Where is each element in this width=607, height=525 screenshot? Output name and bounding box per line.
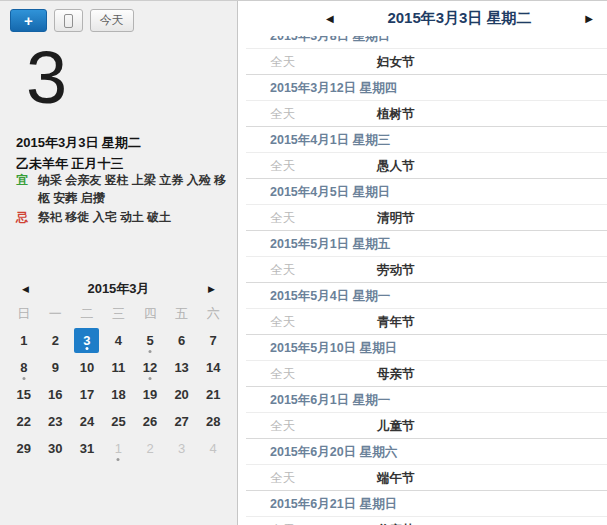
toolbar: + 今天 (10, 9, 134, 32)
mini-day-number: 6 (169, 328, 194, 353)
mini-day-cell[interactable]: 19 (134, 381, 166, 408)
mini-day-cell[interactable]: 9 (40, 354, 72, 381)
mini-day-cell[interactable]: 15 (8, 381, 40, 408)
mini-day-cell[interactable]: 29 (8, 435, 40, 462)
event-item[interactable]: 全天端午节 (246, 464, 607, 490)
event-date-header[interactable]: 2015年4月5日 星期日 (246, 178, 607, 204)
mini-day-cell[interactable]: 2 (40, 327, 72, 354)
next-day-button[interactable]: ▶ (585, 13, 593, 24)
event-time-label: 全天 (246, 101, 377, 126)
mini-day-number: 7 (201, 328, 226, 353)
mini-day-cell[interactable]: 18 (103, 381, 135, 408)
mini-day-number: 20 (169, 382, 194, 407)
event-item[interactable]: 全天妇女节 (246, 48, 607, 74)
mini-day-selected: 3 (74, 328, 99, 353)
mini-day-cell[interactable]: 24 (71, 408, 103, 435)
phone-icon (64, 14, 73, 28)
event-time-label: 全天 (246, 309, 377, 334)
mini-day-number: 24 (74, 409, 99, 434)
mini-day-cell[interactable]: 17 (71, 381, 103, 408)
mini-day-cell[interactable]: 25 (103, 408, 135, 435)
mini-day-cell[interactable]: 7 (197, 327, 229, 354)
event-date-header[interactable]: 2015年3月8日 星期日 (246, 36, 607, 48)
event-list-viewport[interactable]: 2015年3月8日 星期日全天妇女节2015年3月12日 星期四全天植树节201… (246, 36, 607, 525)
event-date-header[interactable]: 2015年4月1日 星期三 (246, 126, 607, 152)
mini-day-cell[interactable]: 10 (71, 354, 103, 381)
event-item[interactable]: 全天儿童节 (246, 412, 607, 438)
mini-day-cell[interactable]: 14 (197, 354, 229, 381)
event-date-header[interactable]: 2015年6月1日 星期一 (246, 386, 607, 412)
yi-label: 宜 (16, 171, 30, 207)
mini-day-cell[interactable]: 31 (71, 435, 103, 462)
event-date-label: 2015年5月1日 星期五 (270, 237, 390, 251)
mini-day-number: 9 (43, 355, 68, 380)
event-date-label: 2015年6月20日 星期六 (270, 445, 397, 459)
event-item[interactable]: 全天愚人节 (246, 152, 607, 178)
mini-day-cell[interactable]: 1 (8, 327, 40, 354)
weekday-label: 日 (8, 305, 40, 323)
day-view-header: ◀ 2015年3月3日 星期二 ▶ (238, 1, 607, 36)
mini-day-cell[interactable]: 16 (40, 381, 72, 408)
mini-day-cell[interactable]: 30 (40, 435, 72, 462)
event-date-header[interactable]: 2015年6月20日 星期六 (246, 438, 607, 464)
mini-day-cell[interactable]: 4 (103, 327, 135, 354)
mini-day-grid: 1234567891011121314151617181920212223242… (8, 327, 229, 462)
mini-day-number: 14 (201, 355, 226, 380)
event-date-header[interactable]: 2015年3月12日 星期四 (246, 74, 607, 100)
today-button[interactable]: 今天 (90, 9, 134, 32)
mini-day-cell[interactable]: 21 (197, 381, 229, 408)
mini-day-cell[interactable]: 8 (8, 354, 40, 381)
event-item[interactable]: 全天植树节 (246, 100, 607, 126)
event-title: 妇女节 (377, 49, 415, 74)
mini-day-cell[interactable]: 2 (134, 435, 166, 462)
mini-day-number: 12 (138, 355, 163, 380)
event-time-label: 全天 (246, 153, 377, 178)
mini-day-cell[interactable]: 1 (103, 435, 135, 462)
event-date-header[interactable]: 2015年5月10日 星期日 (246, 334, 607, 360)
mini-day-number: 4 (106, 328, 131, 353)
prev-day-button[interactable]: ◀ (326, 13, 334, 24)
mini-day-number: 28 (201, 409, 226, 434)
add-event-button[interactable]: + (10, 9, 47, 32)
mini-day-cell[interactable]: 4 (197, 435, 229, 462)
mini-day-cell[interactable]: 3 (71, 327, 103, 354)
event-title: 清明节 (377, 205, 415, 230)
mini-day-number: 25 (106, 409, 131, 434)
event-item[interactable]: 全天母亲节 (246, 360, 607, 386)
calendar-app: + 今天 3 2015年3月3日 星期二 乙未羊年 正月十三 宜 纳采 会亲友 … (0, 0, 607, 525)
event-date-label: 2015年5月4日 星期一 (270, 289, 390, 303)
event-item[interactable]: 全天劳动节 (246, 256, 607, 282)
mini-day-number: 2 (43, 328, 68, 353)
mini-day-number: 11 (106, 355, 131, 380)
weekday-label: 五 (166, 305, 198, 323)
event-date-header[interactable]: 2015年5月1日 星期五 (246, 230, 607, 256)
mini-day-cell[interactable]: 6 (166, 327, 198, 354)
device-sync-button[interactable] (54, 9, 83, 32)
mini-day-cell[interactable]: 23 (40, 408, 72, 435)
mini-prev-month-button[interactable]: ◀ (22, 284, 29, 294)
event-date-header[interactable]: 2015年6月21日 星期日 (246, 490, 607, 516)
mini-day-number: 2 (138, 436, 163, 461)
event-date-header[interactable]: 2015年5月4日 星期一 (246, 282, 607, 308)
event-date-label: 2015年4月1日 星期三 (270, 133, 390, 147)
mini-day-cell[interactable]: 27 (166, 408, 198, 435)
event-title: 母亲节 (377, 361, 415, 386)
mini-day-cell[interactable]: 3 (166, 435, 198, 462)
mini-day-cell[interactable]: 13 (166, 354, 198, 381)
mini-day-cell[interactable]: 12 (134, 354, 166, 381)
event-item[interactable]: 全天父亲节 (246, 516, 607, 525)
event-item[interactable]: 全天青年节 (246, 308, 607, 334)
mini-day-cell[interactable]: 26 (134, 408, 166, 435)
mini-day-cell[interactable]: 5 (134, 327, 166, 354)
right-panel: ◀ 2015年3月3日 星期二 ▶ 2015年3月8日 星期日全天妇女节2015… (238, 1, 607, 525)
mini-next-month-button[interactable]: ▶ (208, 284, 215, 294)
event-item[interactable]: 全天清明节 (246, 204, 607, 230)
mini-day-cell[interactable]: 22 (8, 408, 40, 435)
ji-label: 忌 (16, 208, 30, 226)
mini-day-cell[interactable]: 20 (166, 381, 198, 408)
mini-day-cell[interactable]: 11 (103, 354, 135, 381)
event-date-label: 2015年6月21日 星期日 (270, 497, 397, 511)
mini-day-cell[interactable]: 28 (197, 408, 229, 435)
weekday-label: 四 (134, 305, 166, 323)
event-date-label: 2015年6月1日 星期一 (270, 393, 390, 407)
